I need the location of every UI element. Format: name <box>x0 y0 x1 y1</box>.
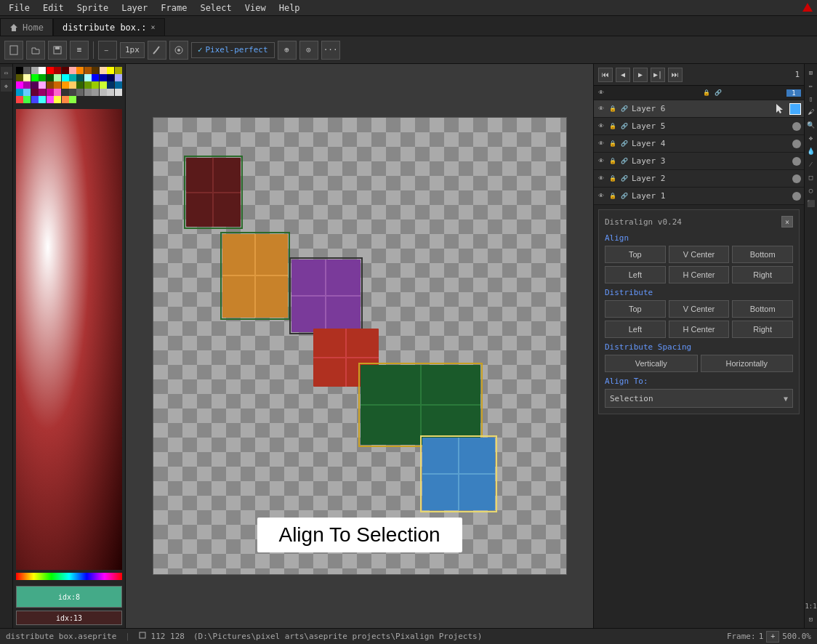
color-swatch[interactable] <box>69 96 76 103</box>
line-icon[interactable]: ⁄ <box>805 158 817 170</box>
secondary-color-swatch[interactable]: idx:13 <box>16 611 122 625</box>
color-swatch[interactable] <box>23 74 31 81</box>
color-swatch[interactable] <box>39 67 46 74</box>
color-swatch[interactable] <box>69 67 76 74</box>
play-last-button[interactable]: ⏭ <box>668 68 683 82</box>
menu-layer[interactable]: Layer <box>116 1 153 15</box>
color-swatch[interactable] <box>84 89 92 96</box>
color-swatch[interactable] <box>115 89 122 96</box>
link-icon-3[interactable]: 🔗 <box>620 157 629 166</box>
circle-icon[interactable]: ○ <box>805 185 817 196</box>
menu-button[interactable]: ≡ <box>70 41 89 60</box>
color-swatch[interactable] <box>76 74 84 81</box>
distribute-bottom-button[interactable]: Bottom <box>732 300 793 318</box>
color-swatch[interactable] <box>31 81 39 89</box>
align-bottom-button[interactable]: Bottom <box>732 246 793 263</box>
menu-help[interactable]: Help <box>273 1 306 15</box>
color-swatch[interactable] <box>107 74 114 81</box>
align-left-button[interactable]: Left <box>605 266 666 283</box>
layer-row-5[interactable]: 👁 🔒 🔗 Layer 5 <box>594 118 804 135</box>
distribute-vcenter-button[interactable]: V Center <box>669 300 730 318</box>
menu-view[interactable]: View <box>239 1 272 15</box>
menu-frame[interactable]: Frame <box>155 1 193 15</box>
lock-icon-1[interactable]: 🔒 <box>608 192 617 201</box>
layer-row-1[interactable]: 👁 🔒 🔗 Layer 1 <box>594 188 804 205</box>
undo-button[interactable]: − <box>98 41 117 60</box>
canvas-container[interactable]: Align To Selection <box>153 117 567 575</box>
menu-select[interactable]: Select <box>194 1 237 15</box>
new-file-button[interactable] <box>4 41 23 60</box>
primary-color-swatch[interactable]: idx:8 <box>16 586 122 608</box>
color-swatch[interactable] <box>107 89 114 96</box>
move-icon[interactable]: ✥ <box>805 132 817 144</box>
color-swatch[interactable] <box>16 81 23 89</box>
color-swatch[interactable] <box>84 74 92 81</box>
dropper-icon[interactable]: 💧 <box>805 145 817 157</box>
color-swatch[interactable] <box>92 89 99 96</box>
pixel-size-button[interactable]: 1px <box>120 42 145 58</box>
play-button[interactable]: ▶ <box>633 68 648 82</box>
distralign-close-button[interactable]: × <box>781 216 793 228</box>
color-swatch[interactable] <box>100 89 107 96</box>
color-swatch[interactable] <box>92 74 99 81</box>
color-swatch[interactable] <box>16 74 23 81</box>
fill-icon[interactable]: ⬛ <box>805 198 817 209</box>
color-swatch[interactable] <box>62 67 69 74</box>
eye-icon-1[interactable]: 👁 <box>597 192 605 201</box>
tool-select[interactable]: ▭ <box>1 67 12 79</box>
color-swatch[interactable] <box>69 74 76 81</box>
color-swatch[interactable] <box>16 89 23 96</box>
color-swatch[interactable] <box>39 81 46 89</box>
expand-icon[interactable]: ⊞ <box>805 67 817 79</box>
tab-close-icon[interactable]: × <box>151 23 156 31</box>
color-swatch[interactable] <box>39 96 46 103</box>
color-swatch[interactable] <box>23 96 31 103</box>
tab-home[interactable]: Home <box>0 18 53 36</box>
rect-icon[interactable]: □ <box>805 172 817 183</box>
distribute-right-button[interactable]: Right <box>732 321 793 338</box>
menu-sprite[interactable]: Sprite <box>71 1 114 15</box>
play-next-button[interactable]: ▶| <box>651 68 665 82</box>
color-swatch[interactable] <box>62 96 69 103</box>
zoom-icon[interactable]: 🔍 <box>805 119 817 131</box>
pixel-perfect-button[interactable]: ✓ Pixel-perfect <box>191 42 275 58</box>
color-swatch[interactable] <box>47 89 54 96</box>
color-swatch[interactable] <box>115 74 122 81</box>
color-swatch[interactable] <box>39 74 46 81</box>
settings-1-button[interactable]: ⊕ <box>278 41 297 60</box>
lock-icon-4[interactable]: 🔒 <box>608 140 617 148</box>
color-swatch[interactable] <box>84 67 92 74</box>
add-frame-button[interactable]: + <box>766 631 779 643</box>
align-hcenter-button[interactable]: H Center <box>669 266 730 283</box>
color-swatch[interactable] <box>54 96 61 103</box>
distribute-vertically-button[interactable]: Vertically <box>605 355 698 372</box>
layer-row-6[interactable]: 👁 🔒 🔗 Layer 6 <box>594 100 804 118</box>
color-swatch[interactable] <box>76 89 84 96</box>
eye-icon-5[interactable]: 👁 <box>597 122 605 131</box>
color-swatch[interactable] <box>47 74 54 81</box>
color-swatch[interactable] <box>84 81 92 89</box>
fit-icon[interactable]: ⊡ <box>805 613 817 625</box>
color-swatch[interactable] <box>107 81 114 89</box>
lock-icon-5[interactable]: 🔒 <box>608 122 617 131</box>
color-swatch[interactable] <box>92 67 99 74</box>
color-swatch[interactable] <box>92 81 99 89</box>
color-swatch[interactable] <box>62 81 69 89</box>
color-swatch[interactable] <box>100 81 107 89</box>
color-swatch[interactable] <box>31 74 39 81</box>
color-swatch[interactable] <box>23 67 31 74</box>
link-icon-6[interactable]: 🔗 <box>620 105 629 113</box>
color-swatch[interactable] <box>100 67 107 74</box>
tab-distribute-box[interactable]: distribute box.: × <box>53 18 165 36</box>
color-swatch[interactable] <box>16 96 23 103</box>
eye-icon-3[interactable]: 👁 <box>597 157 605 166</box>
open-file-button[interactable] <box>26 41 45 60</box>
play-first-button[interactable]: ⏮ <box>598 68 613 82</box>
align-top-button[interactable]: Top <box>605 246 666 263</box>
1to1-icon[interactable]: 1:1 <box>805 600 817 612</box>
color-swatch[interactable] <box>39 89 46 96</box>
color-swatch[interactable] <box>62 74 69 81</box>
eye-icon-2[interactable]: 👁 <box>597 174 605 183</box>
distribute-left-button[interactable]: Left <box>605 321 666 338</box>
align-right-button[interactable]: Right <box>732 266 793 283</box>
